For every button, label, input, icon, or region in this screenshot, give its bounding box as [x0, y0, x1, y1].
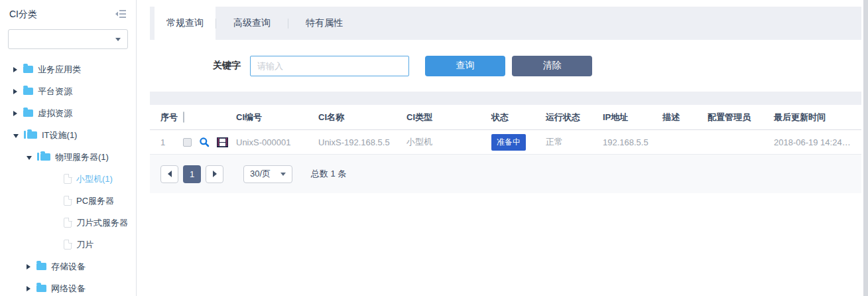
tree-item-label: 网络设备 — [51, 283, 86, 295]
clear-button[interactable]: 清除 — [512, 56, 592, 76]
file-icon — [64, 196, 72, 206]
row-checkbox[interactable] — [183, 138, 192, 147]
tree-item-4[interactable]: 物理服务器(1) — [0, 146, 136, 168]
caret-right-icon[interactable] — [27, 264, 31, 269]
row-index: 1 — [160, 137, 183, 147]
keyword-label: 关键字 — [213, 60, 241, 72]
keyword-form: 关键字 查询 清除 — [150, 40, 861, 92]
tree-item-label: 刀片 — [76, 239, 93, 251]
tree-item-3[interactable]: IT设施(1) — [0, 124, 136, 146]
column-header: 序号 — [160, 111, 183, 123]
folder-open-icon — [27, 131, 37, 139]
select-all-checkbox[interactable] — [183, 111, 184, 123]
tree-item-label: 存储设备 — [51, 261, 86, 273]
status-cell: 准备中 — [491, 134, 546, 151]
caret-down-icon[interactable] — [13, 134, 19, 138]
folder-icon — [23, 66, 33, 73]
ci-category-tree: 业务应用类平台资源虚拟资源IT设施(1)物理服务器(1)小型机(1)PC服务器刀… — [0, 58, 136, 296]
column-header: 状态 — [491, 111, 546, 123]
page-size-value: 30/页 — [250, 168, 271, 180]
next-arrow-icon — [213, 171, 217, 177]
column-header: CI类型 — [406, 111, 491, 123]
column-header: 配置管理员 — [708, 111, 774, 123]
folder-icon — [36, 263, 46, 270]
updated-cell: 2018-06-19 14:24:... — [774, 137, 851, 147]
next-page-button[interactable] — [206, 165, 223, 183]
tree-item-label: 物理服务器(1) — [55, 151, 109, 163]
ci-code-cell: UnixS-000001 — [236, 137, 318, 147]
tree-item-label: 平台资源 — [38, 86, 72, 98]
tab-0[interactable]: 常规查询 — [155, 7, 216, 40]
search-icon[interactable] — [199, 137, 210, 147]
tree-item-label: 刀片式服务器 — [76, 217, 128, 229]
ci-type-cell: 小型机 — [406, 136, 491, 148]
tree-item-2[interactable]: 虚拟资源 — [0, 102, 136, 124]
tree-item-1[interactable]: 平台资源 — [0, 80, 136, 102]
app-window: CI分类 业务应用类平台资源虚拟资源IT设施(1)物理服务器(1)小型机(1)P… — [0, 0, 868, 296]
sidebar: CI分类 业务应用类平台资源虚拟资源IT设施(1)物理服务器(1)小型机(1)P… — [0, 0, 137, 296]
tree-item-label: 虚拟资源 — [38, 108, 72, 119]
row-actions-cell — [183, 137, 236, 147]
column-header: 描述 — [662, 111, 708, 123]
collapse-sidebar-icon[interactable] — [115, 9, 127, 21]
tab-1[interactable]: 高级查询 — [216, 7, 288, 40]
folder-open-icon — [40, 153, 50, 161]
main-content: 常规查询高级查询特有属性 关键字 查询 清除 序号CI编号CI名称CI类型状态运… — [137, 0, 868, 296]
chevron-down-icon — [280, 173, 286, 176]
tree-item-10[interactable]: 网络设备 — [0, 277, 136, 296]
chevron-down-icon — [115, 38, 121, 41]
ci-name-cell: UnixS-192.168.5.5 — [318, 137, 406, 147]
category-filter-select[interactable] — [8, 29, 128, 49]
caret-right-icon[interactable] — [13, 89, 17, 94]
column-header: 最后更新时间 — [774, 111, 851, 123]
file-icon — [64, 174, 72, 184]
caret-right-icon[interactable] — [27, 286, 31, 291]
tree-item-9[interactable]: 存储设备 — [0, 256, 136, 277]
query-tabs: 常规查询高级查询特有属性 — [150, 7, 861, 40]
caret-right-icon[interactable] — [13, 67, 17, 72]
total-count-label: 总数 1 条 — [311, 168, 346, 180]
column-header: IP地址 — [603, 111, 662, 123]
tree-item-label: 业务应用类 — [38, 64, 81, 76]
table-header: 序号CI编号CI名称CI类型状态运行状态IP地址描述配置管理员最后更新时间 — [150, 105, 861, 130]
table-body: 1UnixS-000001UnixS-192.168.5.5小型机准备中正常19… — [150, 130, 861, 155]
column-header: CI编号 — [236, 111, 318, 123]
ip-cell: 192.168.5.5 — [603, 137, 662, 147]
tree-item-5[interactable]: 小型机(1) — [0, 168, 136, 190]
folder-icon — [36, 285, 46, 292]
query-button[interactable]: 查询 — [425, 56, 505, 76]
tree-item-label: 小型机(1) — [76, 173, 113, 185]
header-checkbox-cell — [183, 112, 236, 122]
tree-item-0[interactable]: 业务应用类 — [0, 58, 136, 80]
prev-page-button[interactable] — [160, 165, 178, 183]
prev-arrow-icon — [168, 171, 172, 177]
folder-icon — [23, 88, 33, 95]
folder-icon — [23, 110, 33, 117]
keyword-input[interactable] — [250, 56, 409, 76]
file-icon — [64, 240, 72, 250]
sidebar-title: CI分类 — [9, 9, 37, 21]
tab-2[interactable]: 特有属性 — [288, 7, 360, 40]
pagination-bar: 1 30/页 总数 1 条 — [150, 155, 861, 193]
results-panel: 序号CI编号CI名称CI类型状态运行状态IP地址描述配置管理员最后更新时间 1U… — [150, 105, 861, 193]
run-status-cell: 正常 — [546, 136, 603, 148]
query-panel: 常规查询高级查询特有属性 关键字 查询 清除 — [150, 7, 861, 105]
tree-item-label: IT设施(1) — [42, 129, 77, 141]
caret-down-icon[interactable] — [27, 156, 32, 160]
column-header: CI名称 — [318, 111, 406, 123]
sidebar-header: CI分类 — [0, 0, 136, 21]
page-scrollbar[interactable] — [863, 0, 868, 296]
caret-right-icon[interactable] — [13, 111, 17, 116]
column-header: 运行状态 — [546, 111, 603, 123]
table-row: 1UnixS-000001UnixS-192.168.5.5小型机准备中正常19… — [150, 130, 861, 155]
film-icon[interactable] — [217, 137, 228, 147]
page-size-select[interactable]: 30/页 — [243, 165, 292, 183]
tree-item-6[interactable]: PC服务器 — [0, 190, 136, 212]
page-number-button[interactable]: 1 — [183, 165, 201, 183]
status-badge: 准备中 — [491, 134, 526, 151]
tree-item-7[interactable]: 刀片式服务器 — [0, 212, 136, 234]
tree-item-label: PC服务器 — [76, 195, 114, 207]
file-icon — [64, 218, 72, 228]
tree-item-8[interactable]: 刀片 — [0, 234, 136, 256]
